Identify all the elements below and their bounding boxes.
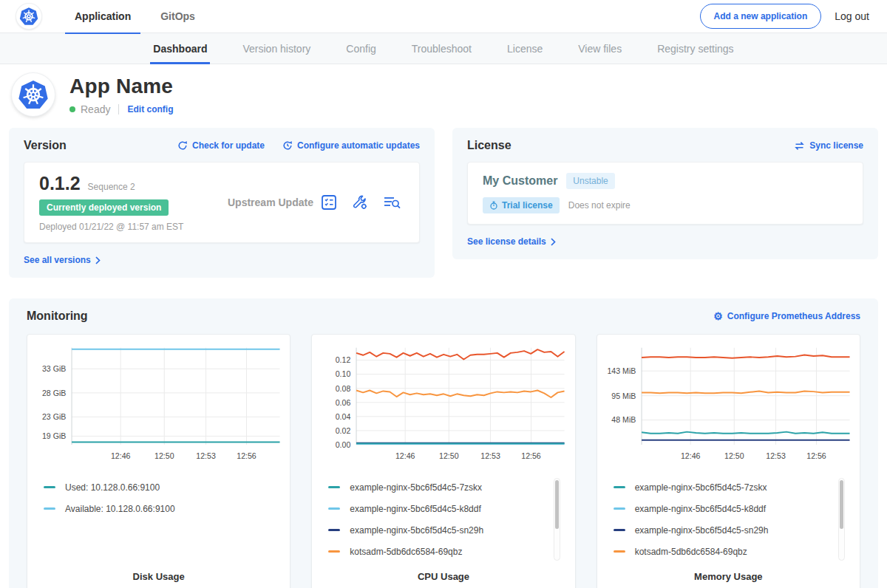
logout-button[interactable]: Log out bbox=[835, 10, 869, 22]
configure-prometheus-button[interactable]: ⚙ Configure Prometheus Address bbox=[713, 311, 860, 321]
legend-swatch bbox=[328, 529, 340, 531]
see-license-details-link[interactable]: See license details bbox=[467, 236, 556, 247]
svg-text:12:50: 12:50 bbox=[724, 451, 744, 460]
legend-label: Available: 10.128.0.66:9100 bbox=[65, 504, 175, 514]
configure-automatic-updates-label: Configure automatic updates bbox=[297, 140, 420, 151]
legend-label: kotsadm-5db6dc6584-69qbz bbox=[635, 547, 747, 557]
tab-application-label: Application bbox=[75, 10, 131, 22]
tab-application[interactable]: Application bbox=[65, 0, 140, 33]
legend-item: example-nginx-5bc6f5d4c5-k8ddf bbox=[328, 498, 546, 519]
top-nav-tabs: Application GitOps bbox=[65, 0, 215, 33]
current-version-card: 0.1.2 Sequence 2 Currently deployed vers… bbox=[24, 162, 420, 243]
svg-text:12:46: 12:46 bbox=[111, 451, 131, 460]
scrollbar-thumb[interactable] bbox=[555, 480, 559, 529]
sequence-label: Sequence 2 bbox=[88, 182, 135, 192]
license-type-label: Trial license bbox=[502, 200, 553, 211]
legend-label: Used: 10.128.0.66:9100 bbox=[65, 482, 160, 493]
monitoring-section: Monitoring ⚙ Configure Prometheus Addres… bbox=[9, 298, 878, 588]
monitoring-title: Monitoring bbox=[27, 310, 88, 323]
check-for-update-label: Check for update bbox=[192, 140, 265, 151]
legend-item: kotsadm-5db6dc6584-69qbz bbox=[328, 541, 546, 562]
svg-text:12:50: 12:50 bbox=[439, 451, 459, 460]
svg-text:0.04: 0.04 bbox=[336, 412, 351, 421]
check-for-update-button[interactable]: Check for update bbox=[177, 140, 265, 151]
preflight-checks-icon[interactable] bbox=[320, 194, 338, 211]
see-all-versions-link[interactable]: See all versions bbox=[24, 255, 101, 265]
divider bbox=[118, 104, 119, 114]
legend-swatch bbox=[328, 486, 340, 488]
svg-text:23 GiB: 23 GiB bbox=[42, 412, 66, 421]
svg-text:12:53: 12:53 bbox=[196, 451, 216, 460]
legend-item: Used: 10.128.0.66:9100 bbox=[44, 476, 262, 498]
edit-config-link[interactable]: Edit config bbox=[127, 104, 173, 114]
add-application-button[interactable]: Add a new application bbox=[700, 4, 822, 29]
memory-usage-legend: example-nginx-5bc6f5d4c5-7zskxexample-ng… bbox=[614, 476, 846, 564]
scrollbar-thumb[interactable] bbox=[840, 480, 843, 529]
svg-text:0.02: 0.02 bbox=[336, 426, 351, 435]
cpu-usage-legend: example-nginx-5bc6f5d4c5-7zskxexample-ng… bbox=[328, 476, 561, 564]
auto-update-clock-icon bbox=[282, 140, 293, 151]
svg-text:12:46: 12:46 bbox=[395, 451, 415, 460]
refresh-icon bbox=[177, 140, 188, 151]
see-license-details-label: See license details bbox=[467, 236, 546, 247]
license-expiry: Does not expire bbox=[568, 200, 631, 211]
disk-usage-chart: 19 GiB23 GiB28 GiB33 GiB12:4612:5012:531… bbox=[33, 342, 284, 468]
legend-label: example-nginx-5bc6f5d4c5-sn29h bbox=[635, 525, 769, 536]
legend-item: Available: 10.128.0.66:9100 bbox=[44, 498, 262, 519]
svg-text:0.10: 0.10 bbox=[336, 369, 351, 378]
chevron-right-icon bbox=[551, 238, 556, 246]
tab-license[interactable]: License bbox=[507, 33, 543, 64]
license-type-badge: Trial license bbox=[483, 197, 560, 213]
tab-registry-settings[interactable]: Registry settings bbox=[657, 33, 733, 64]
license-details-card: My Customer Unstable Trial license Does … bbox=[467, 162, 863, 225]
svg-text:95 MiB: 95 MiB bbox=[611, 392, 636, 400]
configure-automatic-updates-button[interactable]: Configure automatic updates bbox=[282, 140, 420, 151]
app-sub-nav: Dashboard Version history Config Trouble… bbox=[0, 33, 887, 64]
see-all-versions-label: See all versions bbox=[24, 255, 91, 265]
legend-swatch bbox=[614, 529, 625, 531]
legend-scrollbar[interactable] bbox=[838, 478, 845, 561]
status-badge: Ready bbox=[81, 103, 110, 115]
gear-icon: ⚙ bbox=[713, 311, 723, 321]
tab-version-history[interactable]: Version history bbox=[242, 33, 310, 64]
chart-title: Memory Usage bbox=[603, 571, 854, 582]
app-logo-kubernetes-icon bbox=[12, 73, 55, 116]
config-wrench-icon[interactable] bbox=[351, 194, 369, 211]
sync-license-label: Sync license bbox=[809, 140, 863, 151]
cpu-usage-chart: 0.000.020.040.060.080.100.1212:4612:5012… bbox=[318, 342, 568, 468]
sync-arrows-icon bbox=[794, 141, 805, 151]
legend-item: example-nginx-5bc6f5d4c5-7zskx bbox=[614, 476, 832, 498]
svg-text:48 MiB: 48 MiB bbox=[611, 415, 636, 424]
legend-label: example-nginx-5bc6f5d4c5-k8ddf bbox=[350, 504, 480, 514]
legend-swatch bbox=[44, 507, 55, 510]
memory-usage-chart: 48 MiB95 MiB143 MiB12:4612:5012:5312:56 bbox=[603, 342, 854, 468]
svg-text:19 GiB: 19 GiB bbox=[42, 431, 66, 440]
tab-view-files[interactable]: View files bbox=[578, 33, 622, 64]
top-nav: Application GitOps Add a new application… bbox=[0, 0, 887, 33]
tab-config[interactable]: Config bbox=[346, 33, 375, 64]
disk-usage-chart-card: 19 GiB23 GiB28 GiB33 GiB12:4612:5012:531… bbox=[27, 334, 290, 588]
sync-license-button[interactable]: Sync license bbox=[794, 140, 863, 151]
configure-prometheus-label: Configure Prometheus Address bbox=[727, 311, 860, 321]
deploy-logs-icon[interactable] bbox=[382, 194, 401, 211]
app-header: App Name Ready Edit config bbox=[0, 64, 887, 128]
customer-name: My Customer bbox=[483, 174, 557, 188]
svg-text:12:56: 12:56 bbox=[806, 451, 826, 460]
svg-text:12:46: 12:46 bbox=[681, 451, 701, 460]
legend-label: example-nginx-5bc6f5d4c5-7zskx bbox=[635, 482, 767, 493]
legend-label: example-nginx-5bc6f5d4c5-k8ddf bbox=[635, 504, 766, 514]
cards-row: Version Check for update Configure au bbox=[0, 128, 887, 278]
chart-title: Disk Usage bbox=[33, 571, 284, 582]
tab-gitops[interactable]: GitOps bbox=[151, 0, 205, 33]
legend-item: example-nginx-5bc6f5d4c5-k8ddf bbox=[614, 498, 832, 519]
legend-item: example-nginx-5bc6f5d4c5-sn29h bbox=[328, 519, 546, 541]
tab-dashboard[interactable]: Dashboard bbox=[153, 33, 207, 64]
svg-text:12:50: 12:50 bbox=[154, 451, 174, 460]
legend-item: kotsadm-5db6dc6584-69qbz bbox=[614, 541, 832, 562]
legend-swatch bbox=[614, 550, 625, 553]
legend-scrollbar[interactable] bbox=[554, 478, 560, 561]
kubernetes-logo-icon bbox=[16, 4, 41, 29]
legend-item: example-nginx-5bc6f5d4c5-sn29h bbox=[614, 519, 832, 541]
chart-title: CPU Usage bbox=[318, 571, 568, 582]
tab-troubleshoot[interactable]: Troubleshoot bbox=[412, 33, 472, 64]
